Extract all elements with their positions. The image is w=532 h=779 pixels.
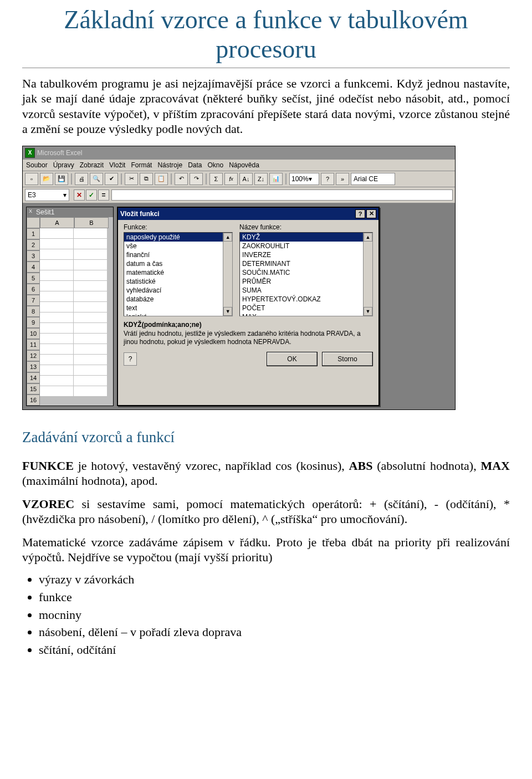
list-item[interactable]: statistické bbox=[124, 277, 232, 286]
name-box[interactable]: E3 ▾ bbox=[25, 189, 69, 201]
cancel-button[interactable]: Storno bbox=[322, 352, 373, 366]
separator bbox=[71, 173, 72, 184]
scroll-down-icon[interactable]: ▼ bbox=[364, 307, 372, 316]
menu-item[interactable]: Soubor bbox=[26, 161, 48, 169]
row-header[interactable]: 6 bbox=[27, 284, 40, 295]
list-item[interactable]: vyhledávací bbox=[124, 286, 232, 295]
list-item[interactable]: finanční bbox=[124, 250, 232, 259]
column-header[interactable]: A bbox=[40, 217, 74, 228]
dialog-help-button[interactable]: ? bbox=[124, 352, 137, 366]
font-box[interactable]: Arial CE bbox=[351, 173, 395, 185]
list-item[interactable]: DETERMINANT bbox=[240, 259, 372, 268]
row-header[interactable]: 11 bbox=[27, 339, 40, 350]
excel-icon: X bbox=[29, 208, 36, 216]
separator bbox=[121, 173, 122, 184]
sheet-grid: 1 2 3 4 5 6 7 8 9 10 11 12 13 bbox=[27, 217, 113, 406]
list-item[interactable]: HYPERTEXTOVÝ.ODKAZ bbox=[240, 295, 372, 304]
help-icon[interactable]: ? bbox=[321, 173, 334, 185]
list-item[interactable]: INVERZE bbox=[240, 250, 372, 259]
scrollbar[interactable]: ▲ ▼ bbox=[363, 233, 372, 316]
row-header[interactable]: 15 bbox=[27, 383, 40, 394]
list-item[interactable]: SUMA bbox=[240, 286, 372, 295]
paste-icon[interactable]: 📋 bbox=[155, 173, 168, 185]
list-item[interactable]: KDYŽ bbox=[240, 233, 372, 242]
excel-icon: X bbox=[25, 148, 35, 158]
list-item[interactable]: PRŮMĚR bbox=[240, 277, 372, 286]
row-header[interactable]: 2 bbox=[27, 239, 40, 250]
scrollbar[interactable]: ▲ ▼ bbox=[223, 233, 232, 316]
separator bbox=[206, 173, 207, 184]
chart-icon[interactable]: 📊 bbox=[269, 173, 283, 185]
equals-button[interactable]: = bbox=[98, 189, 109, 201]
menu-item[interactable]: Nástroje bbox=[157, 161, 182, 169]
select-all-corner[interactable] bbox=[27, 217, 40, 228]
row-header[interactable]: 5 bbox=[27, 273, 40, 284]
cut-icon[interactable]: ✂ bbox=[125, 173, 138, 185]
more-icon[interactable]: » bbox=[336, 173, 349, 185]
row-header[interactable]: 4 bbox=[27, 262, 40, 273]
ok-button[interactable]: OK bbox=[267, 352, 318, 366]
menu-item[interactable]: Data bbox=[188, 161, 202, 169]
menu-item[interactable]: Okno bbox=[207, 161, 223, 169]
list-item[interactable]: matematické bbox=[124, 268, 232, 277]
formula-bar[interactable] bbox=[111, 189, 453, 201]
zoom-box[interactable]: 100% ▾ bbox=[289, 173, 319, 185]
vzorec-term: VZOREC bbox=[22, 497, 74, 511]
help-button[interactable]: ? bbox=[355, 209, 365, 218]
fx-icon[interactable]: fx bbox=[224, 173, 238, 185]
save-icon[interactable]: 💾 bbox=[55, 173, 68, 185]
menu-item[interactable]: Zobrazit bbox=[80, 161, 104, 169]
redo-icon[interactable]: ↷ bbox=[190, 173, 203, 185]
list-item[interactable]: datum a čas bbox=[124, 259, 232, 268]
list-item[interactable]: text bbox=[124, 304, 232, 312]
copy-icon[interactable]: ⧉ bbox=[140, 173, 153, 185]
column-header[interactable]: B bbox=[74, 217, 109, 228]
spell-icon[interactable]: ✔ bbox=[105, 173, 118, 185]
row-header[interactable]: 9 bbox=[27, 317, 40, 328]
list-item[interactable]: SOUČIN.MATIC bbox=[240, 268, 372, 277]
cancel-formula-button[interactable]: ✕ bbox=[74, 189, 85, 201]
chevron-down-icon: ▾ bbox=[309, 175, 312, 183]
print-icon[interactable]: 🖨 bbox=[75, 173, 88, 185]
sort-desc-icon[interactable]: Z↓ bbox=[254, 173, 268, 185]
row-header[interactable]: 12 bbox=[27, 350, 40, 361]
menu-item[interactable]: Nápověda bbox=[229, 161, 259, 169]
row-header[interactable]: 1 bbox=[27, 228, 40, 239]
list-item: násobení, dělení – v pořadí zleva doprav… bbox=[39, 623, 510, 641]
list-item[interactable]: logické bbox=[124, 312, 232, 316]
menu-item[interactable]: Úpravy bbox=[53, 161, 74, 169]
scroll-up-icon[interactable]: ▲ bbox=[223, 233, 232, 242]
chevron-down-icon: ▾ bbox=[63, 191, 66, 199]
row-header[interactable]: 7 bbox=[27, 295, 40, 306]
cells[interactable] bbox=[40, 228, 109, 397]
list-item[interactable]: MAX bbox=[240, 312, 372, 316]
row-header[interactable]: 13 bbox=[27, 361, 40, 372]
menu-item[interactable]: Vložit bbox=[109, 161, 125, 169]
function-listbox[interactable]: KDYŽ ZAOKROUHLIT INVERZE DETERMINANT SOU… bbox=[239, 232, 373, 316]
menu-item[interactable]: Formát bbox=[131, 161, 152, 169]
scroll-up-icon[interactable]: ▲ bbox=[364, 233, 372, 242]
sum-icon[interactable]: Σ bbox=[209, 173, 223, 185]
accept-formula-button[interactable]: ✓ bbox=[86, 189, 97, 201]
function-name-label: Název funkce: bbox=[239, 223, 373, 231]
scroll-down-icon[interactable]: ▼ bbox=[223, 307, 232, 316]
preview-icon[interactable]: 🔍 bbox=[90, 173, 103, 185]
new-icon[interactable]: ▫ bbox=[25, 173, 38, 185]
undo-icon[interactable]: ↶ bbox=[175, 173, 188, 185]
row-header[interactable]: 14 bbox=[27, 372, 40, 383]
row-header[interactable]: 10 bbox=[27, 328, 40, 339]
close-icon[interactable]: ✕ bbox=[366, 209, 376, 218]
category-listbox[interactable]: naposledy použité vše finanční datum a č… bbox=[124, 232, 233, 316]
priority-paragraph: Matematické vzorce zadáváme zápisem v řá… bbox=[22, 535, 510, 565]
list-item[interactable]: vše bbox=[124, 242, 232, 250]
list-item[interactable]: POČET bbox=[240, 304, 372, 312]
row-header[interactable]: 16 bbox=[27, 394, 40, 406]
row-header[interactable]: 3 bbox=[27, 250, 40, 262]
open-icon[interactable]: 📂 bbox=[40, 173, 53, 185]
list-item[interactable]: naposledy použité bbox=[124, 233, 232, 242]
list-item[interactable]: databáze bbox=[124, 295, 232, 304]
list-item[interactable]: ZAOKROUHLIT bbox=[240, 242, 372, 250]
sort-asc-icon[interactable]: A↓ bbox=[239, 173, 253, 185]
excel-screenshot: X Microsoft Excel Soubor Úpravy Zobrazit… bbox=[22, 146, 456, 410]
row-header[interactable]: 8 bbox=[27, 306, 40, 317]
